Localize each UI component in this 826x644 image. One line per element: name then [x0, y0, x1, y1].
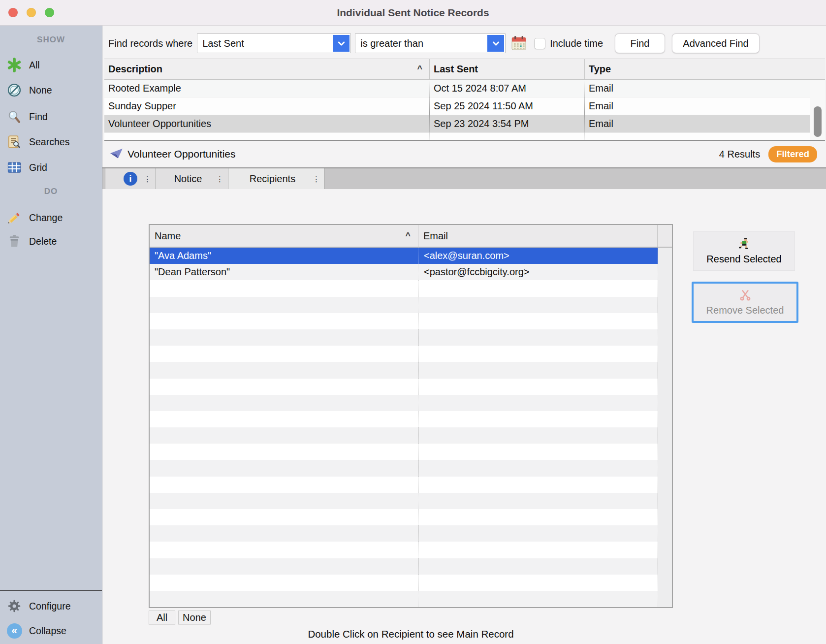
- records-scrollbar-thumb[interactable]: [814, 106, 822, 137]
- field-dropdown-value: Last Sent: [202, 38, 244, 49]
- filtered-badge[interactable]: Filtered: [768, 146, 817, 162]
- tab-label: Recipients: [250, 173, 295, 185]
- table-row[interactable]: Rooted Example Oct 15 2024 8:07 AM Email: [104, 80, 825, 97]
- main-area: Find records where Last Sent is greater …: [102, 26, 826, 644]
- collapse-icon-wrap: «: [6, 623, 22, 639]
- empty-row: [150, 297, 672, 313]
- cell-description: Volunteer Opportunities: [104, 115, 430, 132]
- chevron-down-icon: [333, 35, 349, 52]
- sidebar-item-none[interactable]: None: [0, 79, 102, 101]
- sidebar-item-label: Find: [29, 111, 48, 123]
- header-scroll-gutter: [658, 225, 672, 247]
- resend-selected-label: Resend Selected: [706, 254, 781, 265]
- drag-handle-icon[interactable]: ⋮: [216, 175, 223, 183]
- detail-section-bar: Volunteer Opportunities 4 Results Filter…: [102, 141, 826, 167]
- column-header-label: Email: [423, 230, 448, 242]
- sidebar-item-find[interactable]: Find: [0, 106, 102, 128]
- app-window: Individual Sent Notice Records SHOW All …: [0, 0, 826, 644]
- sidebar-item-delete[interactable]: Delete: [0, 230, 102, 252]
- cell-description: Rooted Example: [104, 80, 430, 97]
- sidebar-item-searches[interactable]: Searches: [0, 131, 102, 153]
- sidebar-item-label: Change: [29, 212, 63, 224]
- minimize-button[interactable]: [27, 8, 36, 17]
- gear-icon: [6, 598, 22, 614]
- empty-row: [150, 444, 672, 460]
- sidebar-item-label: Searches: [29, 136, 69, 148]
- cell-last-sent: Sep 23 2024 3:54 PM: [430, 115, 585, 132]
- column-header-description[interactable]: Description ^: [104, 59, 430, 79]
- recipient-row[interactable]: "Dean Patterson" <pastor@fccbigcity.org>: [150, 264, 672, 280]
- tab-notice[interactable]: Notice ⋮: [156, 168, 228, 189]
- remove-selected-label: Remove Selected: [706, 305, 784, 316]
- operator-dropdown-value: is greater than: [360, 38, 423, 49]
- sort-asc-icon: ^: [405, 231, 411, 241]
- include-time-label: Include time: [550, 38, 603, 49]
- recipient-row-selected[interactable]: "Ava Adams" <alex@suran.com>: [150, 248, 672, 264]
- recipients-rows: "Ava Adams" <alex@suran.com> "Dean Patte…: [150, 248, 672, 607]
- field-dropdown[interactable]: Last Sent: [197, 33, 351, 53]
- sidebar-item-collapse[interactable]: « Collapse: [0, 620, 102, 642]
- recipients-table: Name ^ Email "Ava Adams" <alex@suran.com…: [149, 224, 673, 608]
- column-header-label: Description: [108, 64, 162, 75]
- detail-tab-bar: i ⋮ Notice ⋮ Recipients ⋮: [102, 167, 826, 189]
- empty-row: [150, 329, 672, 346]
- zoom-button[interactable]: [45, 8, 54, 17]
- empty-row: [150, 575, 672, 591]
- sidebar-item-grid[interactable]: Grid: [0, 157, 102, 178]
- empty-row: [150, 558, 672, 575]
- column-header-name[interactable]: Name ^: [150, 225, 418, 247]
- cell-name: "Dean Patterson": [150, 264, 418, 280]
- remove-selected-button[interactable]: Remove Selected: [692, 282, 798, 323]
- cell-type: Email: [585, 115, 810, 132]
- empty-row: [150, 346, 672, 362]
- empty-row: [150, 460, 672, 476]
- drag-handle-icon[interactable]: ⋮: [313, 175, 320, 183]
- find-bar: Find records where Last Sent is greater …: [102, 33, 826, 54]
- cell-description: Sunday Supper: [104, 97, 430, 115]
- chevron-down-icon: [487, 35, 504, 52]
- search-icon: [6, 109, 22, 125]
- advanced-find-button[interactable]: Advanced Find: [672, 33, 760, 53]
- tab-info[interactable]: i ⋮: [105, 168, 156, 189]
- empty-row: [150, 411, 672, 427]
- empty-row: [150, 542, 672, 558]
- pencil-icon: [6, 210, 22, 225]
- find-button[interactable]: Find: [615, 33, 665, 53]
- column-header-last-sent[interactable]: Last Sent: [430, 59, 585, 79]
- info-icon: i: [124, 172, 137, 186]
- records-table: Description ^ Last Sent Type Rooted Exam…: [104, 59, 825, 141]
- tab-recipients-active[interactable]: Recipients ⋮: [228, 168, 325, 189]
- records-table-header: Description ^ Last Sent Type: [104, 59, 825, 80]
- sidebar-item-change[interactable]: Change: [0, 207, 102, 228]
- cell-email: <pastor@fccbigcity.org>: [418, 264, 672, 280]
- operator-dropdown[interactable]: is greater than: [355, 33, 506, 53]
- column-header-label: Type: [589, 64, 611, 75]
- paper-plane-icon: [110, 148, 123, 161]
- sidebar-divider: [0, 590, 102, 591]
- sidebar-item-label: All: [29, 60, 40, 71]
- close-button[interactable]: [8, 8, 18, 17]
- trash-icon: [6, 233, 22, 249]
- resend-selected-button[interactable]: Resend Selected: [693, 231, 795, 271]
- no-entry-icon: [6, 82, 22, 98]
- table-row-selected[interactable]: Volunteer Opportunities Sep 23 2024 3:54…: [104, 115, 825, 133]
- sidebar-item-configure[interactable]: Configure: [0, 595, 102, 617]
- include-time-checkbox[interactable]: [534, 38, 545, 49]
- asterisk-icon: [6, 57, 22, 73]
- recipients-scrollbar-track[interactable]: [658, 248, 672, 607]
- select-all-button[interactable]: All: [149, 611, 175, 624]
- column-header-email[interactable]: Email: [418, 225, 658, 247]
- scissors-icon: [739, 289, 751, 303]
- table-row[interactable]: Sunday Supper Sep 25 2024 11:50 AM Email: [104, 97, 825, 115]
- sidebar-item-all[interactable]: All: [0, 54, 102, 76]
- drag-handle-icon[interactable]: ⋮: [144, 175, 151, 183]
- sidebar-item-label: Grid: [29, 162, 47, 173]
- cell-empty: [104, 133, 430, 139]
- column-header-type[interactable]: Type: [585, 59, 810, 79]
- select-none-button[interactable]: None: [178, 611, 211, 624]
- empty-row: [150, 477, 672, 493]
- calendar-icon[interactable]: [510, 35, 527, 52]
- sidebar-show-heading: SHOW: [0, 35, 102, 45]
- column-header-label: Name: [155, 230, 181, 242]
- sidebar-do-heading: DO: [0, 187, 102, 196]
